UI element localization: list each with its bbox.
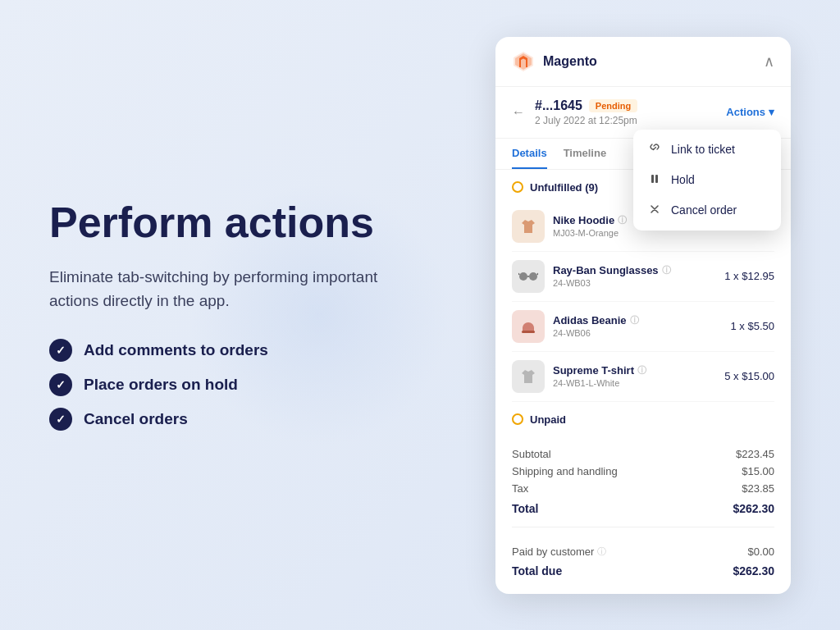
product-thumb-rayban: [512, 260, 545, 293]
left-panel: Perform actions Eliminate tab-switching …: [49, 199, 476, 431]
paid-section: Paid by customer ⓘ $0.00 Total due $262.…: [512, 534, 774, 594]
check-icon-comments: ✓: [49, 339, 72, 362]
svg-rect-0: [651, 175, 654, 183]
pause-icon: [648, 173, 661, 187]
collapse-icon[interactable]: ∧: [764, 52, 774, 71]
card-header: Magento ∧: [495, 37, 791, 87]
svg-point-2: [519, 272, 527, 281]
total-value: $262.30: [733, 502, 774, 515]
subtotal-row: Subtotal $223.45: [512, 445, 774, 463]
actions-label: Actions: [726, 106, 765, 118]
total-label: Total: [512, 502, 538, 515]
page: Perform actions Eliminate tab-switching …: [0, 0, 840, 630]
check-icon-cancel: ✓: [49, 408, 72, 431]
dropdown-item-link-ticket[interactable]: Link to ticket: [633, 135, 781, 165]
subtotal-value: $223.45: [736, 448, 774, 460]
unpaid-label: Unpaid: [530, 413, 566, 426]
feature-list: ✓ Add comments to orders ✓ Place orders …: [49, 339, 476, 431]
main-heading: Perform actions: [49, 199, 476, 246]
total-row: Total $262.30: [512, 497, 774, 520]
feature-label-hold: Place orders on hold: [84, 376, 238, 394]
link-icon: [648, 143, 661, 157]
link-ticket-label: Link to ticket: [671, 143, 735, 156]
paid-info-icon: ⓘ: [597, 546, 606, 558]
back-arrow-icon[interactable]: ←: [512, 105, 525, 120]
product-item-adidas-beanie: Adidas Beanie ⓘ 24-WB06 1 x $5.50: [512, 302, 774, 352]
feature-item-comments: ✓ Add comments to orders: [49, 339, 476, 362]
product-thumb-adidas-beanie: [512, 310, 545, 343]
unfulfilled-label: Unfulfilled (9): [530, 181, 598, 194]
unfulfilled-status-dot: [512, 181, 523, 193]
total-due-value: $262.30: [733, 564, 774, 578]
info-icon-supreme: ⓘ: [637, 364, 646, 377]
hold-label: Hold: [671, 173, 695, 186]
paid-label: Paid by customer ⓘ: [512, 546, 606, 558]
product-price-adidas-beanie: 1 x $5.50: [731, 320, 775, 332]
sub-text: Eliminate tab-switching by performing im…: [49, 266, 402, 313]
tab-timeline[interactable]: Timeline: [564, 139, 607, 169]
product-thumb-nike-hoodie: [512, 210, 545, 243]
dropdown-item-cancel-order[interactable]: Cancel order: [633, 195, 781, 226]
shipping-value: $15.00: [742, 465, 774, 477]
shipping-row: Shipping and handling $15.00: [512, 463, 774, 480]
svg-rect-7: [522, 331, 535, 333]
product-thumb-supreme-tshirt: [512, 360, 545, 393]
tax-row: Tax $23.85: [512, 480, 774, 497]
actions-button[interactable]: Actions ▾: [726, 106, 774, 118]
tax-value: $23.85: [742, 482, 774, 495]
actions-chevron-icon: ▾: [769, 106, 774, 118]
paid-by-customer-row: Paid by customer ⓘ $0.00: [512, 542, 774, 561]
product-price-rayban: 1 x $12.95: [724, 270, 774, 282]
product-details-supreme-tshirt: Supreme T-shirt ⓘ 24-WB1-L-White: [553, 364, 716, 388]
product-name-rayban: Ray-Ban Sunglasses ⓘ: [553, 264, 716, 276]
subtotal-label: Subtotal: [512, 448, 551, 460]
check-icon-hold: ✓: [49, 373, 72, 396]
paid-value: $0.00: [747, 546, 774, 558]
info-icon-rayban: ⓘ: [662, 264, 671, 276]
status-badge: Pending: [589, 99, 637, 112]
svg-line-5: [518, 273, 519, 275]
product-item-rayban: Ray-Ban Sunglasses ⓘ 24-WB03 1 x $12.95: [512, 252, 774, 302]
tax-label: Tax: [512, 482, 528, 495]
product-sku-supreme-tshirt: 24-WB1-L-White: [553, 378, 716, 388]
svg-point-3: [529, 272, 537, 281]
order-date: 2 July 2022 at 12:25pm: [535, 115, 716, 126]
magento-brand: Magento: [512, 50, 597, 73]
brand-name: Magento: [543, 54, 597, 69]
info-icon: ⓘ: [618, 214, 627, 226]
card-body: Unfulfilled (9) Nike Hoodie ⓘ MJ: [495, 170, 791, 594]
order-card: Magento ∧ ← #...1645 Pending 2 July 2022…: [495, 37, 791, 594]
order-info: #...1645 Pending 2 July 2022 at 12:25pm: [535, 98, 716, 126]
product-details-adidas-beanie: Adidas Beanie ⓘ 24-WB06: [553, 314, 723, 338]
unpaid-status-dot: [512, 413, 523, 425]
product-item-supreme-tshirt: Supreme T-shirt ⓘ 24-WB1-L-White 5 x $15…: [512, 352, 774, 402]
order-subheader: ← #...1645 Pending 2 July 2022 at 12:25p…: [495, 87, 791, 139]
info-icon-adidas: ⓘ: [630, 314, 639, 326]
tab-details[interactable]: Details: [512, 139, 547, 169]
cancel-order-label: Cancel order: [671, 203, 737, 217]
product-sku-rayban: 24-WB03: [553, 278, 716, 288]
feature-label-cancel: Cancel orders: [84, 410, 188, 428]
product-sku-adidas-beanie: 24-WB06: [553, 328, 723, 338]
product-price-supreme-tshirt: 5 x $15.00: [724, 370, 774, 382]
product-details-rayban: Ray-Ban Sunglasses ⓘ 24-WB03: [553, 264, 716, 288]
svg-line-6: [537, 273, 538, 275]
feature-item-hold: ✓ Place orders on hold: [49, 373, 476, 396]
right-panel: Magento ∧ ← #...1645 Pending 2 July 2022…: [495, 37, 791, 594]
feature-label-comments: Add comments to orders: [84, 341, 268, 359]
unpaid-section-header: Unpaid: [512, 402, 774, 434]
order-number-row: #...1645 Pending: [535, 98, 716, 113]
order-number: #...1645: [535, 98, 582, 113]
close-icon: [648, 203, 661, 217]
product-name-adidas-beanie: Adidas Beanie ⓘ: [553, 314, 723, 326]
product-name-supreme-tshirt: Supreme T-shirt ⓘ: [553, 364, 716, 377]
total-due-label: Total due: [512, 564, 562, 578]
dropdown-item-hold[interactable]: Hold: [633, 165, 781, 195]
dropdown-menu: Link to ticket Hold: [633, 130, 781, 231]
svg-rect-1: [655, 175, 658, 183]
shipping-label: Shipping and handling: [512, 465, 618, 477]
magento-logo-icon: [512, 50, 535, 73]
total-due-row: Total due $262.30: [512, 561, 774, 581]
totals-section: Subtotal $223.45 Shipping and handling $…: [512, 434, 774, 520]
divider: [512, 527, 774, 527]
